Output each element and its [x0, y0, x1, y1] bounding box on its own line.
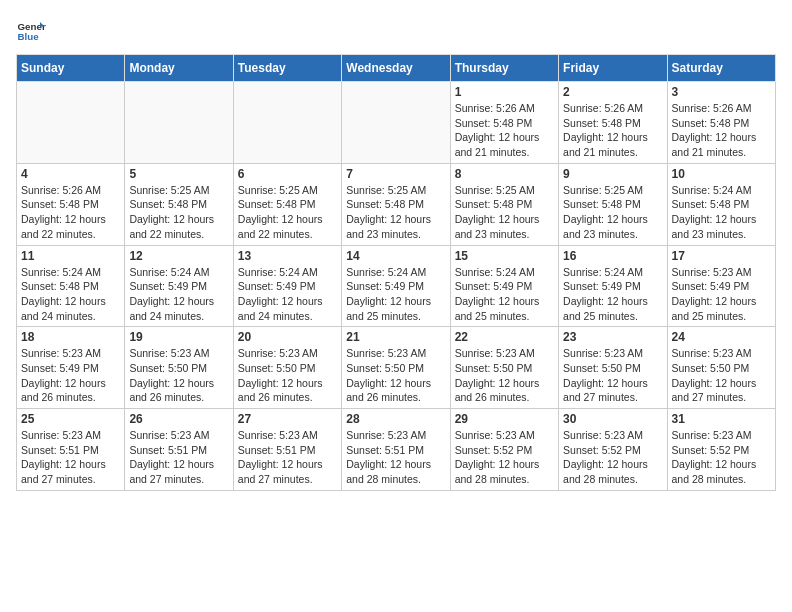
day-number: 22: [455, 330, 554, 344]
day-cell: 31Sunrise: 5:23 AM Sunset: 5:52 PM Dayli…: [667, 409, 775, 491]
calendar-body: 1Sunrise: 5:26 AM Sunset: 5:48 PM Daylig…: [17, 82, 776, 491]
day-cell: 10Sunrise: 5:24 AM Sunset: 5:48 PM Dayli…: [667, 163, 775, 245]
day-info: Sunrise: 5:23 AM Sunset: 5:50 PM Dayligh…: [238, 346, 337, 405]
day-info: Sunrise: 5:23 AM Sunset: 5:52 PM Dayligh…: [563, 428, 662, 487]
day-info: Sunrise: 5:26 AM Sunset: 5:48 PM Dayligh…: [455, 101, 554, 160]
day-number: 7: [346, 167, 445, 181]
day-cell: [17, 82, 125, 164]
calendar: SundayMondayTuesdayWednesdayThursdayFrid…: [16, 54, 776, 491]
day-info: Sunrise: 5:26 AM Sunset: 5:48 PM Dayligh…: [672, 101, 771, 160]
day-number: 24: [672, 330, 771, 344]
svg-text:Blue: Blue: [18, 31, 40, 42]
day-cell: [125, 82, 233, 164]
weekday-monday: Monday: [125, 55, 233, 82]
week-row-1: 1Sunrise: 5:26 AM Sunset: 5:48 PM Daylig…: [17, 82, 776, 164]
day-cell: 5Sunrise: 5:25 AM Sunset: 5:48 PM Daylig…: [125, 163, 233, 245]
day-number: 11: [21, 249, 120, 263]
day-number: 27: [238, 412, 337, 426]
header: General Blue: [16, 16, 776, 46]
day-cell: 11Sunrise: 5:24 AM Sunset: 5:48 PM Dayli…: [17, 245, 125, 327]
day-number: 15: [455, 249, 554, 263]
day-info: Sunrise: 5:24 AM Sunset: 5:49 PM Dayligh…: [129, 265, 228, 324]
day-cell: 3Sunrise: 5:26 AM Sunset: 5:48 PM Daylig…: [667, 82, 775, 164]
day-cell: 6Sunrise: 5:25 AM Sunset: 5:48 PM Daylig…: [233, 163, 341, 245]
week-row-2: 4Sunrise: 5:26 AM Sunset: 5:48 PM Daylig…: [17, 163, 776, 245]
day-info: Sunrise: 5:23 AM Sunset: 5:52 PM Dayligh…: [455, 428, 554, 487]
day-cell: 30Sunrise: 5:23 AM Sunset: 5:52 PM Dayli…: [559, 409, 667, 491]
day-cell: 16Sunrise: 5:24 AM Sunset: 5:49 PM Dayli…: [559, 245, 667, 327]
day-number: 9: [563, 167, 662, 181]
day-cell: 20Sunrise: 5:23 AM Sunset: 5:50 PM Dayli…: [233, 327, 341, 409]
day-cell: 19Sunrise: 5:23 AM Sunset: 5:50 PM Dayli…: [125, 327, 233, 409]
day-number: 19: [129, 330, 228, 344]
week-row-3: 11Sunrise: 5:24 AM Sunset: 5:48 PM Dayli…: [17, 245, 776, 327]
day-info: Sunrise: 5:23 AM Sunset: 5:50 PM Dayligh…: [129, 346, 228, 405]
day-info: Sunrise: 5:23 AM Sunset: 5:51 PM Dayligh…: [21, 428, 120, 487]
day-cell: 14Sunrise: 5:24 AM Sunset: 5:49 PM Dayli…: [342, 245, 450, 327]
day-info: Sunrise: 5:23 AM Sunset: 5:52 PM Dayligh…: [672, 428, 771, 487]
day-cell: 1Sunrise: 5:26 AM Sunset: 5:48 PM Daylig…: [450, 82, 558, 164]
day-cell: 17Sunrise: 5:23 AM Sunset: 5:49 PM Dayli…: [667, 245, 775, 327]
day-info: Sunrise: 5:25 AM Sunset: 5:48 PM Dayligh…: [238, 183, 337, 242]
day-info: Sunrise: 5:25 AM Sunset: 5:48 PM Dayligh…: [129, 183, 228, 242]
day-number: 30: [563, 412, 662, 426]
day-info: Sunrise: 5:24 AM Sunset: 5:48 PM Dayligh…: [21, 265, 120, 324]
day-info: Sunrise: 5:24 AM Sunset: 5:48 PM Dayligh…: [672, 183, 771, 242]
day-info: Sunrise: 5:25 AM Sunset: 5:48 PM Dayligh…: [346, 183, 445, 242]
day-cell: [342, 82, 450, 164]
day-info: Sunrise: 5:25 AM Sunset: 5:48 PM Dayligh…: [455, 183, 554, 242]
day-cell: 29Sunrise: 5:23 AM Sunset: 5:52 PM Dayli…: [450, 409, 558, 491]
day-number: 12: [129, 249, 228, 263]
day-number: 29: [455, 412, 554, 426]
day-info: Sunrise: 5:24 AM Sunset: 5:49 PM Dayligh…: [346, 265, 445, 324]
day-number: 13: [238, 249, 337, 263]
weekday-sunday: Sunday: [17, 55, 125, 82]
day-number: 21: [346, 330, 445, 344]
day-number: 17: [672, 249, 771, 263]
day-cell: 12Sunrise: 5:24 AM Sunset: 5:49 PM Dayli…: [125, 245, 233, 327]
day-number: 28: [346, 412, 445, 426]
day-info: Sunrise: 5:24 AM Sunset: 5:49 PM Dayligh…: [238, 265, 337, 324]
day-cell: 26Sunrise: 5:23 AM Sunset: 5:51 PM Dayli…: [125, 409, 233, 491]
day-cell: [233, 82, 341, 164]
day-cell: 8Sunrise: 5:25 AM Sunset: 5:48 PM Daylig…: [450, 163, 558, 245]
day-info: Sunrise: 5:23 AM Sunset: 5:49 PM Dayligh…: [21, 346, 120, 405]
weekday-header: SundayMondayTuesdayWednesdayThursdayFrid…: [17, 55, 776, 82]
day-info: Sunrise: 5:26 AM Sunset: 5:48 PM Dayligh…: [563, 101, 662, 160]
day-number: 3: [672, 85, 771, 99]
day-info: Sunrise: 5:23 AM Sunset: 5:51 PM Dayligh…: [238, 428, 337, 487]
day-cell: 28Sunrise: 5:23 AM Sunset: 5:51 PM Dayli…: [342, 409, 450, 491]
day-number: 31: [672, 412, 771, 426]
day-number: 1: [455, 85, 554, 99]
day-info: Sunrise: 5:23 AM Sunset: 5:51 PM Dayligh…: [346, 428, 445, 487]
day-info: Sunrise: 5:24 AM Sunset: 5:49 PM Dayligh…: [563, 265, 662, 324]
day-info: Sunrise: 5:23 AM Sunset: 5:50 PM Dayligh…: [563, 346, 662, 405]
day-info: Sunrise: 5:25 AM Sunset: 5:48 PM Dayligh…: [563, 183, 662, 242]
day-number: 18: [21, 330, 120, 344]
day-cell: 15Sunrise: 5:24 AM Sunset: 5:49 PM Dayli…: [450, 245, 558, 327]
day-info: Sunrise: 5:23 AM Sunset: 5:50 PM Dayligh…: [346, 346, 445, 405]
day-cell: 18Sunrise: 5:23 AM Sunset: 5:49 PM Dayli…: [17, 327, 125, 409]
day-number: 6: [238, 167, 337, 181]
weekday-thursday: Thursday: [450, 55, 558, 82]
day-number: 2: [563, 85, 662, 99]
day-info: Sunrise: 5:23 AM Sunset: 5:50 PM Dayligh…: [455, 346, 554, 405]
day-number: 26: [129, 412, 228, 426]
day-number: 25: [21, 412, 120, 426]
week-row-5: 25Sunrise: 5:23 AM Sunset: 5:51 PM Dayli…: [17, 409, 776, 491]
week-row-4: 18Sunrise: 5:23 AM Sunset: 5:49 PM Dayli…: [17, 327, 776, 409]
logo: General Blue: [16, 16, 46, 46]
day-cell: 27Sunrise: 5:23 AM Sunset: 5:51 PM Dayli…: [233, 409, 341, 491]
day-info: Sunrise: 5:24 AM Sunset: 5:49 PM Dayligh…: [455, 265, 554, 324]
day-number: 23: [563, 330, 662, 344]
day-number: 5: [129, 167, 228, 181]
day-info: Sunrise: 5:23 AM Sunset: 5:49 PM Dayligh…: [672, 265, 771, 324]
day-info: Sunrise: 5:26 AM Sunset: 5:48 PM Dayligh…: [21, 183, 120, 242]
day-number: 20: [238, 330, 337, 344]
day-cell: 2Sunrise: 5:26 AM Sunset: 5:48 PM Daylig…: [559, 82, 667, 164]
weekday-saturday: Saturday: [667, 55, 775, 82]
day-number: 8: [455, 167, 554, 181]
day-cell: 4Sunrise: 5:26 AM Sunset: 5:48 PM Daylig…: [17, 163, 125, 245]
day-cell: 23Sunrise: 5:23 AM Sunset: 5:50 PM Dayli…: [559, 327, 667, 409]
day-info: Sunrise: 5:23 AM Sunset: 5:50 PM Dayligh…: [672, 346, 771, 405]
